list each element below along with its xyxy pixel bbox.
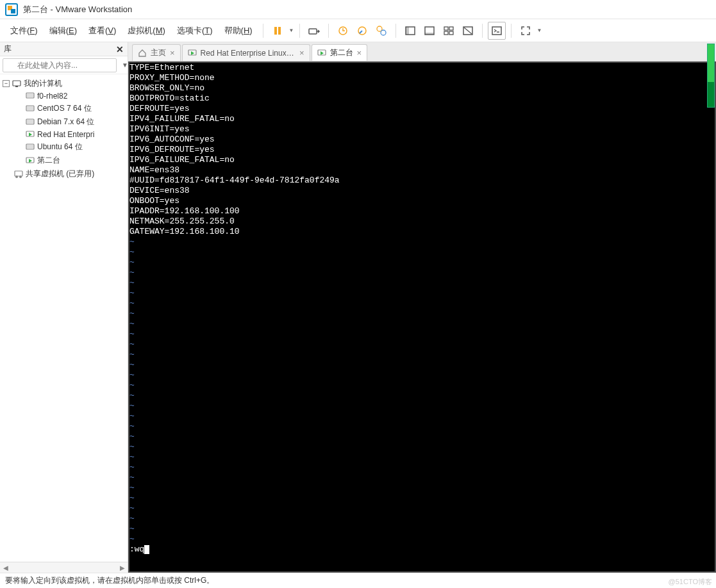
separator <box>482 24 483 38</box>
tree-vm-ubuntu[interactable]: Ubuntu 64 位 <box>0 140 128 154</box>
svg-rect-22 <box>15 86 18 87</box>
tree-root-label: 我的计算机 <box>24 78 62 89</box>
view-unity-button[interactable] <box>459 22 477 40</box>
tree-vm-debian7[interactable]: Debian 7.x 64 位 <box>0 115 128 129</box>
menu-file[interactable]: 文件(F) <box>5 22 43 39</box>
vm-off-icon <box>26 143 35 152</box>
console-view-button[interactable] <box>488 22 506 40</box>
library-search-input[interactable] <box>3 58 117 72</box>
svg-rect-5 <box>309 29 317 34</box>
svg-rect-3 <box>274 27 277 35</box>
tab-label: Red Hat Enterprise Linux 7 64 ... <box>201 49 296 58</box>
svg-line-19 <box>464 28 472 34</box>
tab-home[interactable]: 主页 × <box>132 44 181 61</box>
vm-off-icon <box>26 118 35 127</box>
vm-console-view[interactable]: TYPE=EthernetPROXY_METHOD=noneBROWSER_ON… <box>128 61 716 573</box>
tab-bar: 主页 × Red Hat Enterprise Linux 7 64 ... ×… <box>128 42 716 61</box>
tree-label: CentOS 7 64 位 <box>37 103 92 114</box>
tree-shared-vms[interactable]: 共享虚拟机 (已弃用) <box>0 167 128 181</box>
menu-edit[interactable]: 编辑(E) <box>44 22 82 39</box>
tab-second[interactable]: 第二台 × <box>312 44 368 61</box>
status-hint: 要将输入定向到该虚拟机，请在虚拟机内部单击或按 Ctrl+G。 <box>5 575 214 586</box>
computer-icon <box>12 79 21 88</box>
tree-collapse-icon[interactable]: − <box>3 80 10 87</box>
tab-label: 主页 <box>151 47 166 58</box>
pause-button[interactable] <box>269 22 287 40</box>
svg-rect-33 <box>15 171 22 176</box>
svg-point-9 <box>381 30 386 35</box>
tree-label: f0-rhel82 <box>37 92 67 101</box>
svg-rect-16 <box>444 31 448 35</box>
tab-close-icon[interactable]: × <box>299 48 304 58</box>
tree-root-my-computer[interactable]: − 我的计算机 <box>0 77 128 90</box>
menubar: 文件(F) 编辑(E) 查看(V) 虚拟机(M) 选项卡(T) 帮助(H) ▼ <box>0 19 716 42</box>
sidebar-header: 库 ✕ <box>0 42 128 56</box>
view-thumbnail-button[interactable] <box>440 22 458 40</box>
send-ctrl-alt-del-button[interactable] <box>305 22 323 40</box>
statusbar: 要将输入定向到该虚拟机，请在虚拟机内部单击或按 Ctrl+G。 <box>0 573 716 588</box>
svg-point-34 <box>15 176 18 178</box>
svg-rect-14 <box>444 27 448 30</box>
menu-view[interactable]: 查看(V) <box>83 22 121 39</box>
snapshot-revert-button[interactable] <box>353 22 371 40</box>
tree-vm-rhel[interactable]: Red Hat Enterpri <box>0 129 128 140</box>
svg-rect-15 <box>449 27 453 30</box>
tab-label: 第二台 <box>330 47 353 58</box>
separator <box>511 24 512 38</box>
view-console-button[interactable] <box>420 22 438 40</box>
svg-rect-24 <box>27 94 33 97</box>
vm-on-icon <box>188 49 197 58</box>
tree-label: Red Hat Enterpri <box>37 130 94 139</box>
tree-vm-centos7[interactable]: CentOS 7 64 位 <box>0 102 128 115</box>
content-area: 库 ✕ 🔍 ▼ − 我的计算机 f0-rhel82 <box>0 42 716 573</box>
menu-tabs[interactable]: 选项卡(T) <box>172 22 218 39</box>
separator <box>299 24 300 38</box>
svg-rect-31 <box>27 145 33 149</box>
svg-rect-21 <box>13 81 21 86</box>
scroll-track[interactable] <box>11 562 117 573</box>
scroll-left-icon[interactable]: ◀ <box>0 562 11 573</box>
separator <box>395 24 396 38</box>
snapshot-manager-button[interactable] <box>372 22 390 40</box>
svg-point-35 <box>19 176 22 178</box>
tab-close-icon[interactable]: × <box>357 48 362 58</box>
library-tree: − 我的计算机 f0-rhel82 CentOS 7 64 位 Debian 7… <box>0 74 128 562</box>
tree-label: 共享虚拟机 (已弃用) <box>26 168 94 179</box>
svg-rect-2 <box>11 9 15 13</box>
terminal[interactable]: TYPE=EthernetPROXY_METHOD=noneBROWSER_ON… <box>129 63 715 571</box>
snapshot-take-button[interactable] <box>334 22 352 40</box>
svg-rect-28 <box>27 120 33 124</box>
shared-icon <box>14 170 23 179</box>
tree-label: Ubuntu 64 位 <box>37 142 83 152</box>
tree-vm-f0-rhel82[interactable]: f0-rhel82 <box>0 90 128 102</box>
fullscreen-dropdown-icon[interactable]: ▼ <box>537 28 542 33</box>
separator <box>263 24 263 38</box>
svg-rect-26 <box>27 106 33 110</box>
library-sidebar: 库 ✕ 🔍 ▼ − 我的计算机 f0-rhel82 <box>0 42 128 573</box>
main-area: 主页 × Red Hat Enterprise Linux 7 64 ... ×… <box>128 42 716 573</box>
menu-help[interactable]: 帮助(H) <box>219 22 258 39</box>
separator <box>328 24 329 38</box>
sidebar-close-icon[interactable]: ✕ <box>116 44 124 54</box>
titlebar: 第二台 - VMware Workstation <box>0 0 716 19</box>
vm-on-icon <box>26 156 35 165</box>
sidebar-hscroll[interactable]: ◀ ▶ <box>0 562 128 573</box>
menu-vm[interactable]: 虚拟机(M) <box>122 22 171 39</box>
tree-label: 第二台 <box>37 155 60 166</box>
tree-vm-second[interactable]: 第二台 <box>0 154 128 167</box>
vm-off-icon <box>26 92 35 101</box>
svg-rect-17 <box>449 31 453 35</box>
activity-indicator <box>707 44 715 108</box>
fullscreen-button[interactable] <box>517 22 535 40</box>
window-title: 第二台 - VMware Workstation <box>23 4 132 15</box>
pause-dropdown-icon[interactable]: ▼ <box>289 28 294 33</box>
vm-on-icon <box>317 49 326 58</box>
tab-rhel[interactable]: Red Hat Enterprise Linux 7 64 ... × <box>182 44 310 61</box>
view-single-button[interactable] <box>401 22 419 40</box>
tree-label: Debian 7.x 64 位 <box>37 117 94 127</box>
scroll-right-icon[interactable]: ▶ <box>117 562 128 573</box>
svg-rect-4 <box>278 27 281 35</box>
vmware-logo-icon <box>5 3 18 16</box>
home-icon <box>138 49 147 58</box>
tab-close-icon[interactable]: × <box>170 48 175 58</box>
